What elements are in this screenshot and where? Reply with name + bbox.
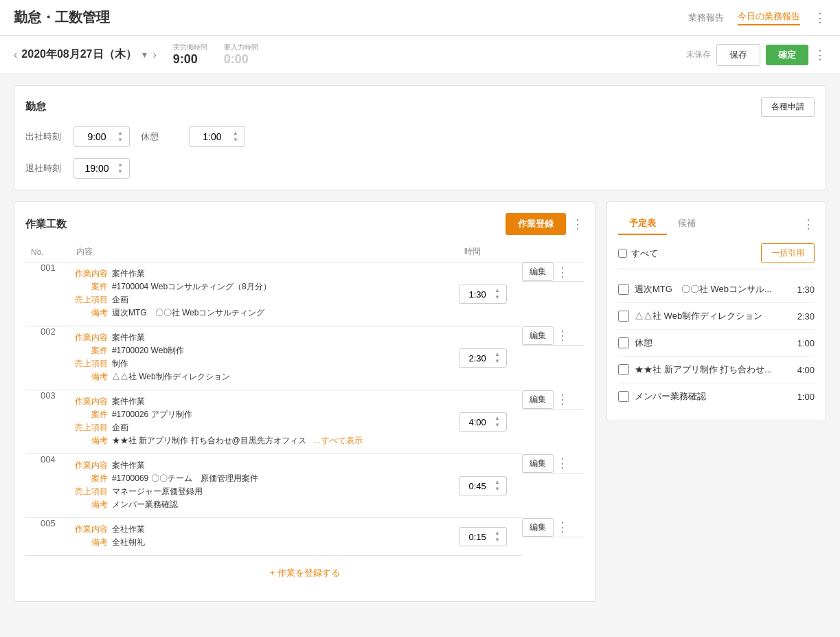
time-up[interactable]: ▲ [494,351,501,358]
break-time-up[interactable]: ▲ [232,130,239,137]
schedule-tabs: 予定表 候補 ⋮ [618,213,815,235]
content-row: 作業内容案件作業 [73,332,456,344]
nav-report[interactable]: 業務報告 [688,12,724,24]
time-field-input[interactable] [464,417,491,427]
time-down[interactable]: ▼ [494,537,501,544]
field-key: 売上項目 [73,422,108,434]
attendance-title: 勤怠 [25,100,46,113]
end-time-up[interactable]: ▲ [117,161,124,168]
row-actions-cell: 編集⋮ [522,390,584,410]
break-time-input[interactable] [195,131,229,142]
datebar-more-icon[interactable]: ⋮ [814,47,826,63]
select-all-checkbox[interactable] [618,249,627,258]
field-key: 案件 [73,281,108,293]
time-up[interactable]: ▲ [494,287,501,294]
time-spinners: ▲▼ [494,287,501,301]
edit-button[interactable]: 編集 [522,262,554,281]
field-key: 作業内容 [73,332,108,344]
confirm-button[interactable]: 確定 [766,45,808,65]
time-spinners: ▲▼ [494,351,501,365]
field-val: メンバー業務確認 [112,499,178,511]
end-time-group: 退社時刻 ▲ ▼ [25,158,130,179]
nav-today-report[interactable]: 今日の業務報告 [738,10,800,25]
tab-candidate[interactable]: 候補 [667,213,707,235]
start-time-up[interactable]: ▲ [117,130,124,137]
row-number: 002 [25,326,71,390]
date-navigation: ‹ 2020年08月27日（木） ▼ › [14,47,157,62]
apply-button[interactable]: 各種申請 [761,97,815,117]
content-row: 作業内容全社作業 [73,524,456,535]
row-more-icon[interactable]: ⋮ [556,265,569,280]
work-section: 作業工数 作業登録 ⋮ No. 内容 時間 001作業内容案件作業案件#1700… [14,201,826,602]
row-content-cell: 作業内容案件作業案件#1700026 アプリ制作売上項目企画備考★★社 新アプリ… [71,390,459,454]
table-row: 004作業内容案件作業案件#1700069 〇〇チーム 原価管理用案件売上項目マ… [25,454,584,518]
time-field-input[interactable] [464,481,491,491]
schedule-item-time: 1:00 [790,338,815,348]
row-number: 004 [25,454,71,518]
field-val: 全社朝礼 [112,537,145,548]
time-info: 実労働時間 9:00 要入力時間 0:00 [173,43,258,67]
edit-button[interactable]: 編集 [522,518,554,537]
time-down[interactable]: ▼ [494,422,501,429]
field-val: 企画 [112,422,128,434]
list-item: 休憩1:00 [618,330,815,357]
row-more-icon[interactable]: ⋮ [556,328,569,343]
content-row: 売上項目マネージャー原価登録用 [73,486,456,498]
next-date-button[interactable]: › [152,49,156,61]
field-key: 売上項目 [73,358,108,370]
tab-group: 予定表 候補 [618,213,707,235]
field-val: 全社作業 [112,524,145,535]
prev-date-button[interactable]: ‹ [14,49,17,61]
date-dropdown-icon[interactable]: ▼ [141,50,149,60]
start-time-down[interactable]: ▼ [117,137,124,144]
row-more-icon[interactable]: ⋮ [556,456,569,471]
time-spinners: ▲▼ [494,479,501,493]
add-work-link[interactable]: + 作業を登録する [25,556,584,590]
schedule-item-text: 休憩 [635,337,784,349]
schedule-item-checkbox[interactable] [618,364,629,375]
time-down[interactable]: ▼ [494,486,501,493]
time-field-input[interactable] [464,532,491,542]
time-up[interactable]: ▲ [494,479,501,486]
schedule-item-time: 1:30 [790,284,815,295]
tab-schedule[interactable]: 予定表 [618,213,667,235]
schedule-list: 週次MTG 〇〇社 Webコンサル...1:30△△社 Web制作ディレクション… [618,276,815,410]
end-time-down[interactable]: ▼ [117,168,124,175]
edit-button[interactable]: 編集 [522,390,554,409]
field-key: 備考 [73,371,108,383]
header-nav: 業務報告 今日の業務報告 ⋮ [688,10,826,25]
row-more-icon[interactable]: ⋮ [556,519,569,535]
end-time-input[interactable] [80,163,114,174]
break-time-down[interactable]: ▼ [232,137,239,144]
time-down[interactable]: ▼ [494,358,501,365]
schedule-item-checkbox[interactable] [618,311,629,322]
schedule-item-checkbox[interactable] [618,337,629,348]
register-button[interactable]: 作業登録 [506,213,566,235]
schedule-item-checkbox[interactable] [618,391,629,402]
time-down[interactable]: ▼ [494,294,501,301]
start-time-input[interactable] [80,131,114,142]
schedule-more-icon[interactable]: ⋮ [802,216,815,232]
time-field-input[interactable] [464,353,491,364]
select-all-label[interactable]: すべて [618,247,658,260]
content-row: 備考全社朝礼 [73,537,456,548]
header-more-icon[interactable]: ⋮ [814,10,826,25]
row-actions-cell: 編集⋮ [522,262,584,282]
edit-button[interactable]: 編集 [522,326,554,345]
time-field-input[interactable] [464,289,491,300]
row-time-cell: ▲▼ [459,518,522,556]
schedule-item-checkbox[interactable] [618,284,629,295]
edit-button[interactable]: 編集 [522,454,554,473]
time-up[interactable]: ▲ [494,530,501,537]
bulk-import-button[interactable]: 一括引用 [761,243,815,263]
work-more-icon[interactable]: ⋮ [571,216,584,232]
time-field-wrap: ▲▼ [459,476,507,495]
work-card: 作業工数 作業登録 ⋮ No. 内容 時間 001作業内容案件作業案件#1700… [14,201,595,602]
show-all-link[interactable]: …すべて表示 [313,435,363,447]
break-time-label: 休憩 [141,131,182,143]
time-up[interactable]: ▲ [494,415,501,422]
row-more-icon[interactable]: ⋮ [556,392,569,407]
save-button[interactable]: 保存 [716,44,760,66]
work-card-header: 作業工数 作業登録 ⋮ [25,213,584,235]
attendance-fields: 出社時刻 ▲ ▼ 休憩 ▲ ▼ [25,126,815,179]
